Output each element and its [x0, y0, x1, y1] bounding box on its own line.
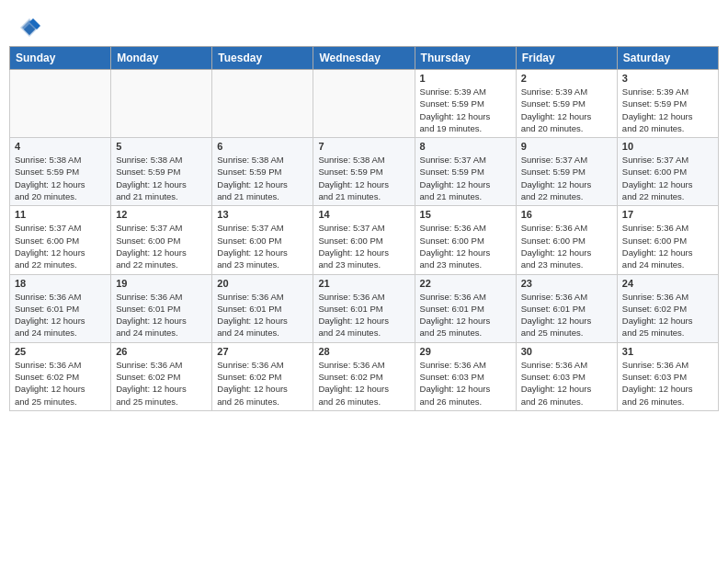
calendar-day: 25Sunrise: 5:36 AM Sunset: 6:02 PM Dayli… — [10, 342, 111, 410]
day-number: 7 — [318, 141, 409, 152]
day-number: 15 — [420, 209, 511, 220]
day-number: 26 — [116, 346, 207, 357]
calendar-day: 27Sunrise: 5:36 AM Sunset: 6:02 PM Dayli… — [212, 342, 313, 410]
day-info: Sunrise: 5:36 AM Sunset: 6:02 PM Dayligh… — [15, 359, 106, 408]
day-number: 3 — [622, 73, 713, 84]
calendar-day: 23Sunrise: 5:36 AM Sunset: 6:01 PM Dayli… — [516, 274, 617, 342]
day-number: 13 — [217, 209, 308, 220]
day-info: Sunrise: 5:37 AM Sunset: 6:00 PM Dayligh… — [116, 222, 207, 270]
day-number: 28 — [318, 346, 409, 357]
day-number: 10 — [622, 141, 713, 152]
day-info: Sunrise: 5:36 AM Sunset: 6:03 PM Dayligh… — [420, 359, 511, 408]
day-number: 19 — [116, 278, 207, 289]
calendar-day: 2Sunrise: 5:39 AM Sunset: 5:59 PM Daylig… — [516, 70, 617, 138]
day-number: 17 — [622, 209, 713, 220]
day-info: Sunrise: 5:36 AM Sunset: 6:01 PM Dayligh… — [217, 291, 308, 339]
calendar-day: 6Sunrise: 5:38 AM Sunset: 5:59 PM Daylig… — [212, 138, 313, 206]
calendar-day: 9Sunrise: 5:37 AM Sunset: 5:59 PM Daylig… — [516, 138, 617, 206]
day-info: Sunrise: 5:37 AM Sunset: 5:59 PM Dayligh… — [521, 154, 612, 202]
calendar-day: 14Sunrise: 5:37 AM Sunset: 6:00 PM Dayli… — [313, 206, 415, 274]
column-header-friday: Friday — [516, 47, 617, 70]
column-header-wednesday: Wednesday — [313, 47, 415, 70]
calendar-table: SundayMondayTuesdayWednesdayThursdayFrid… — [9, 46, 719, 411]
day-number: 8 — [420, 141, 511, 152]
column-header-saturday: Saturday — [617, 47, 718, 70]
calendar-day: 20Sunrise: 5:36 AM Sunset: 6:01 PM Dayli… — [212, 274, 313, 342]
day-info: Sunrise: 5:37 AM Sunset: 6:00 PM Dayligh… — [318, 222, 409, 270]
calendar-day: 16Sunrise: 5:36 AM Sunset: 6:00 PM Dayli… — [516, 206, 617, 274]
calendar-day: 5Sunrise: 5:38 AM Sunset: 5:59 PM Daylig… — [111, 138, 212, 206]
day-number: 30 — [521, 346, 612, 357]
calendar-header-row: SundayMondayTuesdayWednesdayThursdayFrid… — [10, 47, 719, 70]
day-number: 20 — [217, 278, 308, 289]
day-number: 9 — [521, 141, 612, 152]
day-info: Sunrise: 5:37 AM Sunset: 6:00 PM Dayligh… — [15, 222, 106, 270]
column-header-thursday: Thursday — [415, 47, 516, 70]
calendar-day: 26Sunrise: 5:36 AM Sunset: 6:02 PM Dayli… — [111, 342, 212, 410]
day-number: 23 — [521, 278, 612, 289]
logo — [17, 15, 46, 40]
day-info: Sunrise: 5:36 AM Sunset: 6:00 PM Dayligh… — [521, 222, 612, 270]
day-info: Sunrise: 5:37 AM Sunset: 5:59 PM Dayligh… — [420, 154, 511, 202]
calendar-day: 13Sunrise: 5:37 AM Sunset: 6:00 PM Dayli… — [212, 206, 313, 274]
day-info: Sunrise: 5:36 AM Sunset: 6:01 PM Dayligh… — [116, 291, 207, 339]
calendar-day: 28Sunrise: 5:36 AM Sunset: 6:02 PM Dayli… — [313, 342, 415, 410]
column-header-monday: Monday — [111, 47, 212, 70]
day-number: 14 — [318, 209, 409, 220]
header — [9, 9, 719, 40]
day-number: 31 — [622, 346, 713, 357]
calendar-day: 19Sunrise: 5:36 AM Sunset: 6:01 PM Dayli… — [111, 274, 212, 342]
day-info: Sunrise: 5:36 AM Sunset: 6:03 PM Dayligh… — [622, 359, 713, 408]
calendar-day: 17Sunrise: 5:36 AM Sunset: 6:00 PM Dayli… — [617, 206, 718, 274]
calendar-day: 3Sunrise: 5:39 AM Sunset: 5:59 PM Daylig… — [617, 70, 718, 138]
calendar-day: 11Sunrise: 5:37 AM Sunset: 6:00 PM Dayli… — [10, 206, 111, 274]
calendar-day: 29Sunrise: 5:36 AM Sunset: 6:03 PM Dayli… — [415, 342, 516, 410]
column-header-tuesday: Tuesday — [212, 47, 313, 70]
calendar-day: 10Sunrise: 5:37 AM Sunset: 6:00 PM Dayli… — [617, 138, 718, 206]
calendar-day — [10, 70, 111, 138]
day-info: Sunrise: 5:36 AM Sunset: 6:01 PM Dayligh… — [521, 291, 612, 339]
day-number: 11 — [15, 209, 106, 220]
calendar-day: 1Sunrise: 5:39 AM Sunset: 5:59 PM Daylig… — [415, 70, 516, 138]
day-number: 4 — [15, 141, 106, 152]
calendar-day: 21Sunrise: 5:36 AM Sunset: 6:01 PM Dayli… — [313, 274, 415, 342]
day-info: Sunrise: 5:36 AM Sunset: 6:00 PM Dayligh… — [622, 222, 713, 270]
calendar-day: 24Sunrise: 5:36 AM Sunset: 6:02 PM Dayli… — [617, 274, 718, 342]
calendar-day — [111, 70, 212, 138]
logo-icon — [17, 15, 42, 40]
day-number: 12 — [116, 209, 207, 220]
calendar-day — [212, 70, 313, 138]
day-number: 18 — [15, 278, 106, 289]
calendar-week-4: 18Sunrise: 5:36 AM Sunset: 6:01 PM Dayli… — [10, 274, 719, 342]
day-info: Sunrise: 5:39 AM Sunset: 5:59 PM Dayligh… — [521, 86, 612, 134]
day-info: Sunrise: 5:37 AM Sunset: 6:00 PM Dayligh… — [217, 222, 308, 270]
day-info: Sunrise: 5:36 AM Sunset: 6:01 PM Dayligh… — [420, 291, 511, 339]
day-number: 2 — [521, 73, 612, 84]
day-info: Sunrise: 5:36 AM Sunset: 6:02 PM Dayligh… — [622, 291, 713, 339]
day-number: 16 — [521, 209, 612, 220]
day-number: 22 — [420, 278, 511, 289]
day-info: Sunrise: 5:36 AM Sunset: 6:03 PM Dayligh… — [521, 359, 612, 408]
column-header-sunday: Sunday — [10, 47, 111, 70]
calendar-day: 30Sunrise: 5:36 AM Sunset: 6:03 PM Dayli… — [516, 342, 617, 410]
calendar-day: 8Sunrise: 5:37 AM Sunset: 5:59 PM Daylig… — [415, 138, 516, 206]
calendar-day: 15Sunrise: 5:36 AM Sunset: 6:00 PM Dayli… — [415, 206, 516, 274]
day-info: Sunrise: 5:39 AM Sunset: 5:59 PM Dayligh… — [622, 86, 713, 134]
day-number: 1 — [420, 73, 511, 84]
calendar-day: 4Sunrise: 5:38 AM Sunset: 5:59 PM Daylig… — [10, 138, 111, 206]
day-info: Sunrise: 5:36 AM Sunset: 6:00 PM Dayligh… — [420, 222, 511, 270]
day-info: Sunrise: 5:36 AM Sunset: 6:01 PM Dayligh… — [15, 291, 106, 339]
calendar-week-3: 11Sunrise: 5:37 AM Sunset: 6:00 PM Dayli… — [10, 206, 719, 274]
day-info: Sunrise: 5:36 AM Sunset: 6:02 PM Dayligh… — [116, 359, 207, 408]
day-number: 24 — [622, 278, 713, 289]
day-info: Sunrise: 5:39 AM Sunset: 5:59 PM Dayligh… — [420, 86, 511, 134]
calendar-week-1: 1Sunrise: 5:39 AM Sunset: 5:59 PM Daylig… — [10, 70, 719, 138]
calendar-day: 31Sunrise: 5:36 AM Sunset: 6:03 PM Dayli… — [617, 342, 718, 410]
day-info: Sunrise: 5:36 AM Sunset: 6:01 PM Dayligh… — [318, 291, 409, 339]
day-info: Sunrise: 5:37 AM Sunset: 6:00 PM Dayligh… — [622, 154, 713, 202]
day-info: Sunrise: 5:38 AM Sunset: 5:59 PM Dayligh… — [116, 154, 207, 202]
day-number: 21 — [318, 278, 409, 289]
calendar-day: 18Sunrise: 5:36 AM Sunset: 6:01 PM Dayli… — [10, 274, 111, 342]
calendar-day: 12Sunrise: 5:37 AM Sunset: 6:00 PM Dayli… — [111, 206, 212, 274]
day-number: 25 — [15, 346, 106, 357]
